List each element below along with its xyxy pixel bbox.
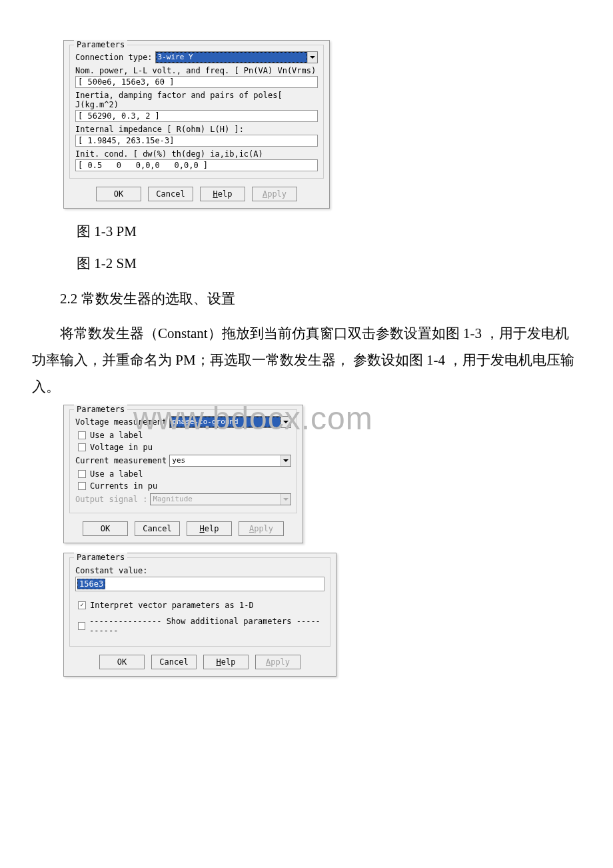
section-heading: 2.2 常数发生器的选取、设置 — [27, 286, 586, 313]
cancel-button[interactable]: Cancel — [148, 187, 193, 201]
connection-type-label: Connection type: — [75, 53, 153, 62]
parameters-dialog-2: Parameters Voltage measurement phase-to-… — [63, 405, 303, 543]
use-label-checkbox-1[interactable] — [78, 431, 86, 439]
parameters-dialog-1: Parameters Connection type: 3-wire Y Nom… — [63, 40, 330, 209]
voltage-measurement-value: phase-to-ground — [170, 417, 281, 427]
chevron-down-icon[interactable] — [281, 455, 291, 466]
apply-button[interactable]: Apply — [239, 521, 284, 536]
output-signal-value: Magnitude — [151, 494, 281, 505]
use-label-checkbox-2[interactable] — [78, 470, 86, 478]
connection-type-select[interactable]: 3-wire Y — [155, 51, 318, 63]
connection-type-value: 3-wire Y — [156, 52, 307, 63]
parameters-fieldset-2: Parameters Voltage measurement phase-to-… — [69, 409, 297, 513]
cancel-button[interactable]: Cancel — [151, 655, 197, 669]
paragraph-1: 将常数发生器（Constant）拖放到当前仿真窗口双击参数设置如图 1-3 ，用… — [27, 321, 586, 401]
nom-power-input[interactable] — [75, 76, 318, 88]
impedance-label: Internal impedance [ R(ohm) L(H) ]: — [75, 125, 318, 134]
chevron-down-icon[interactable] — [281, 417, 291, 427]
parameters-legend-3: Parameters — [74, 553, 127, 562]
apply-button[interactable]: Apply — [252, 187, 297, 201]
interpret-vector-text: Interpret vector parameters as 1-D — [90, 601, 254, 610]
currents-in-pu-text: Currents in pu — [90, 481, 157, 491]
inertia-label: Inertia, damping factor and pairs of pol… — [75, 91, 318, 109]
chevron-down-icon[interactable] — [307, 52, 317, 63]
button-row-2: OK Cancel Help Apply — [64, 516, 303, 543]
ok-button[interactable]: OK — [96, 187, 141, 201]
voltage-in-pu-checkbox[interactable] — [78, 443, 86, 451]
currents-in-pu-checkbox[interactable] — [78, 482, 86, 490]
constant-value-input[interactable]: 156e3 — [75, 577, 324, 591]
cancel-button[interactable]: Cancel — [135, 521, 180, 536]
nom-power-label: Nom. power, L-L volt., and freq. [ Pn(VA… — [75, 66, 318, 75]
init-cond-input[interactable] — [75, 159, 318, 171]
ok-button[interactable]: OK — [83, 521, 128, 536]
use-label-text-1: Use a label — [90, 431, 143, 440]
impedance-input[interactable] — [75, 135, 318, 147]
parameters-legend: Parameters — [74, 40, 127, 49]
parameters-fieldset: Parameters Connection type: 3-wire Y Nom… — [69, 45, 324, 179]
voltage-measurement-select[interactable]: phase-to-ground — [169, 416, 291, 428]
show-additional-checkbox[interactable] — [78, 622, 85, 630]
output-signal-select: Magnitude — [150, 493, 291, 505]
show-additional-text: --------------- Show additional paramete… — [89, 617, 324, 635]
constant-value-label: Constant value: — [75, 566, 324, 575]
voltage-measurement-label: Voltage measurement — [75, 417, 167, 427]
help-button[interactable]: Help — [200, 187, 245, 201]
apply-button[interactable]: Apply — [255, 655, 301, 669]
init-cond-label: Init. cond. [ dw(%) th(deg) ia,ib,ic(A) — [75, 149, 318, 159]
button-row-3: OK Cancel Help Apply — [64, 649, 336, 676]
voltage-in-pu-text: Voltage in pu — [90, 443, 153, 452]
current-measurement-select[interactable]: yes — [169, 455, 291, 467]
interpret-vector-checkbox[interactable]: ✓ — [78, 601, 86, 609]
figure-caption-1-3: 图 1-3 PM — [77, 222, 586, 241]
output-signal-label: Output signal : — [75, 495, 147, 504]
figure-caption-1-2: 图 1-2 SM — [77, 254, 586, 273]
current-measurement-label: Current measurement — [75, 456, 167, 465]
parameters-legend-2: Parameters — [74, 405, 127, 414]
ok-button[interactable]: OK — [99, 655, 145, 669]
parameters-dialog-3: Parameters Constant value: 156e3 ✓ Inter… — [63, 553, 336, 677]
inertia-input[interactable] — [75, 110, 318, 122]
use-label-text-2: Use a label — [90, 469, 143, 479]
chevron-down-icon — [281, 494, 291, 505]
current-measurement-value: yes — [170, 455, 281, 466]
button-row: OK Cancel Help Apply — [64, 181, 329, 208]
constant-value-text: 156e3 — [77, 579, 105, 589]
help-button[interactable]: Help — [203, 655, 249, 669]
parameters-fieldset-3: Parameters Constant value: 156e3 ✓ Inter… — [69, 557, 330, 647]
help-button[interactable]: Help — [187, 521, 232, 536]
